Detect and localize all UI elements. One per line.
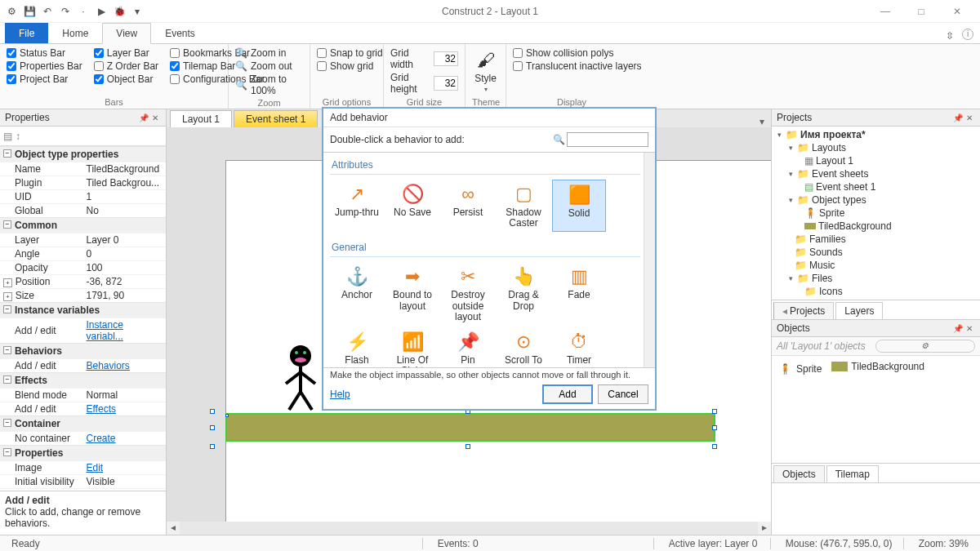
check-translucent[interactable]: Translucent inactive layers [513,60,642,72]
cancel-button[interactable]: Cancel [598,384,648,404]
doctab-dropdown-icon[interactable]: ▾ [753,116,771,127]
footer-tab-objects[interactable]: Objects [773,465,825,482]
group-zoom-label: Zoom [235,96,303,108]
pin-icon[interactable]: 📌 [952,113,964,122]
instvar-link[interactable]: Instance variabl... [87,319,123,342]
play-icon[interactable]: ▶ [93,3,109,20]
objects-title: Objects [777,322,952,334]
behaviors-link[interactable]: Behaviors [87,360,130,371]
redo-icon[interactable]: ↷ [57,3,74,20]
panel-close-icon[interactable]: ✕ [964,324,975,333]
behavior-fade[interactable]: ▥Fade [552,262,606,326]
behavior-destroy-outside-layout[interactable]: ✂Destroy outside layout [441,262,495,326]
status-events: Events: 0 [433,538,653,549]
dialog-title: Add behavior [323,109,655,127]
property-info: Add / edit Click to add, change or remov… [0,491,166,535]
app-icon: ⚙ [3,3,20,20]
tiledbackground-object[interactable] [225,413,715,442]
behavior-line-of-sight[interactable]: 📶Line Of Sight [385,327,439,368]
qat-more-icon[interactable]: ▾ [129,3,145,20]
grid-height-input[interactable] [434,76,458,91]
behavior-anchor[interactable]: ⚓Anchor [330,262,384,326]
dialog-description: Make the object impassable, so other obj… [323,368,655,380]
panel-close-icon[interactable]: ✕ [964,113,975,122]
add-button[interactable]: Add [542,384,593,404]
search-input[interactable] [567,132,648,147]
behavior-no-save[interactable]: 🚫No Save [385,180,439,232]
check-layer-bar[interactable]: Layer Bar [94,47,158,59]
object-sprite[interactable]: 🧍Sprite [777,361,822,377]
ribbon: Status Bar Properties Bar Project Bar La… [0,44,980,109]
check-project-bar[interactable]: Project Bar [7,73,82,85]
status-layer: Active layer: Layer 0 [664,538,770,549]
check-show-grid[interactable]: Show grid [317,60,383,72]
pin-icon[interactable]: 📌 [138,113,149,122]
svg-line-7 [289,392,301,410]
effects-link[interactable]: Effects [87,403,116,415]
footer-tab-projects[interactable]: Projects [790,305,825,317]
footer-tab-tilemap[interactable]: Tilemap [826,465,879,482]
minimize-icon[interactable]: — [869,2,902,20]
gear-icon[interactable]: ⚙ [875,340,976,353]
behavior-bound-to-layout[interactable]: ➡Bound to layout [385,262,439,326]
tab-view[interactable]: View [102,23,151,44]
grid-width-input[interactable] [434,51,458,66]
debug-icon[interactable]: 🐞 [111,3,127,20]
objects-filter[interactable]: All 'Layout 1' objects [777,340,875,352]
behavior-solid[interactable]: 🟧Solid [552,180,606,232]
footer-tab-layers[interactable]: Layers [835,302,883,319]
tab-home[interactable]: Home [48,23,102,43]
sort-icon[interactable]: ↕ [16,131,20,142]
check-properties-bar[interactable]: Properties Bar [7,60,82,72]
titlebar: ⚙ 💾 ↶ ↷ · ▶ 🐞 ▾ Construct 2 - Layout 1 —… [0,0,980,23]
style-button[interactable]: 🖌 Style ▾ [472,47,499,96]
objects-list[interactable]: 🧍Sprite TiledBackground [772,356,980,463]
tab-events[interactable]: Events [151,23,209,43]
dialog-scrollbar[interactable] [644,153,655,367]
check-object-bar[interactable]: Object Bar [94,73,158,85]
behavior-flash[interactable]: ⚡Flash [330,327,384,368]
status-bar: Ready Events: 0 Active layer: Layer 0 Mo… [0,535,980,551]
doctab-layout1[interactable]: Layout 1 [170,110,232,127]
object-tiledbackground[interactable]: TiledBackground [831,361,924,372]
info-icon[interactable]: i [962,29,973,40]
sep-icon: · [75,3,91,20]
create-link[interactable]: Create [87,433,116,444]
zoom-100-button[interactable]: 🔍Zoom to 100% [235,73,303,96]
edit-link[interactable]: Edit [87,462,104,473]
tab-file[interactable]: File [5,23,48,43]
panel-close-icon[interactable]: ✕ [149,113,161,122]
projects-title: Projects [777,112,952,123]
save-icon[interactable]: 💾 [21,3,38,20]
check-zorder-bar[interactable]: Z Order Bar [94,60,158,72]
check-snap-grid[interactable]: Snap to grid [317,47,383,59]
behavior-persist[interactable]: ∞Persist [441,180,495,232]
group-theme-label: Theme [472,96,499,107]
behavior-timer[interactable]: ⏱Timer [552,327,606,368]
pin-icon[interactable]: 📌 [952,324,964,333]
svg-point-3 [303,351,306,354]
group-gridsize-label: Grid size [390,96,458,107]
group-bars-label: Bars [7,96,221,107]
properties-panel: Properties 📌 ✕ ▤ ↕ −Object type properti… [0,109,167,535]
behavior-drag-&-drop[interactable]: 👆Drag & Drop [497,262,550,326]
zoom-in-button[interactable]: 🔍Zoom in [235,47,303,59]
undo-icon[interactable]: ↶ [39,3,56,20]
behavior-jump-thru[interactable]: ↗Jump-thru [330,180,384,232]
zoomin-icon: 🔍 [235,47,247,59]
behavior-pin[interactable]: 📌Pin [441,327,495,368]
maximize-icon[interactable]: □ [905,2,938,20]
behavior-shadow-caster[interactable]: ▢Shadow Caster [497,180,550,232]
status-ready: Ready [7,538,45,549]
close-icon[interactable]: ✕ [941,2,973,20]
dialog-help-link[interactable]: Help [330,389,350,400]
updown-icon[interactable]: ⇳ [942,29,957,43]
behavior-scroll-to[interactable]: ⊙Scroll To [497,327,550,368]
check-collision[interactable]: Show collision polys [513,47,642,59]
doctab-eventsheet1[interactable]: Event sheet 1 [234,110,318,127]
project-tree[interactable]: ▾📁Имя проекта* ▾📁Layouts ▦Layout 1 ▾📁Eve… [772,127,980,300]
zoom-out-button[interactable]: 🔍Zoom out [235,60,303,72]
horizontal-scrollbar[interactable]: ◂ ▸ [167,522,771,535]
check-status-bar[interactable]: Status Bar [7,47,82,59]
collapse-icon[interactable]: ▤ [3,131,12,142]
